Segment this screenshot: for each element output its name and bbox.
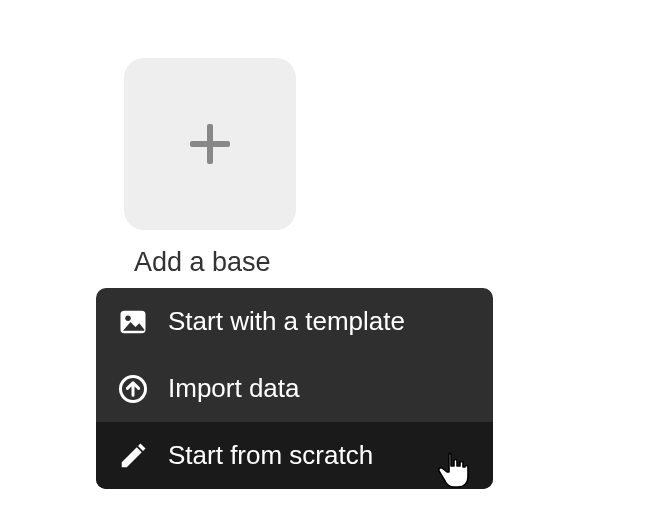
menu-item-label: Start with a template — [168, 306, 405, 337]
pencil-icon — [118, 441, 148, 471]
add-base-label: Add a base — [134, 247, 271, 278]
menu-item-label: Start from scratch — [168, 440, 373, 471]
menu-item-import[interactable]: Import data — [96, 355, 493, 422]
menu-item-label: Import data — [168, 373, 300, 404]
image-icon — [118, 307, 148, 337]
plus-icon — [186, 120, 234, 168]
menu-item-template[interactable]: Start with a template — [96, 288, 493, 355]
add-base-menu: Start with a template Import data Start … — [96, 288, 493, 489]
add-base-tile[interactable] — [124, 58, 296, 230]
menu-item-scratch[interactable]: Start from scratch — [96, 422, 493, 489]
svg-rect-1 — [190, 141, 230, 147]
svg-point-3 — [125, 315, 131, 321]
upload-circle-icon — [118, 374, 148, 404]
